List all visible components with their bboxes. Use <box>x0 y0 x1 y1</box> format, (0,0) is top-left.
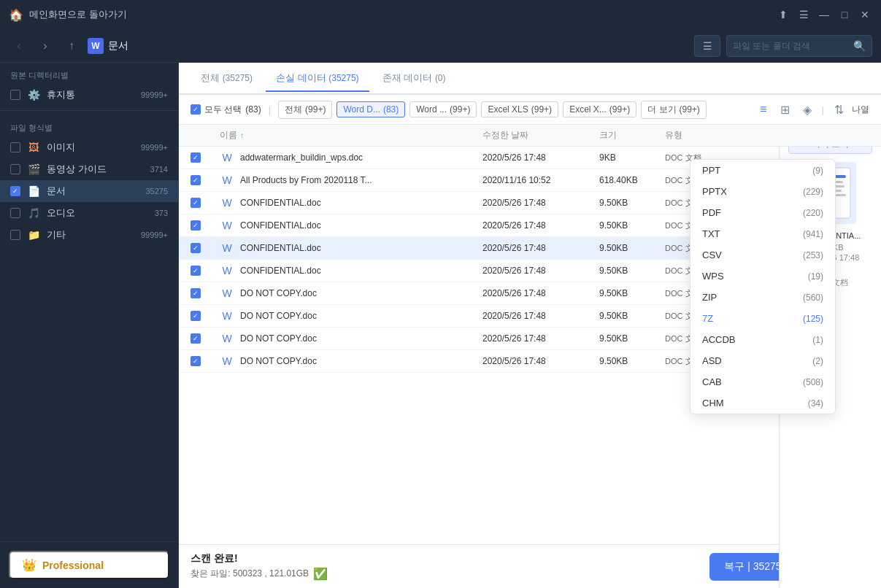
select-all-filter[interactable]: 모두 선택 (83) <box>191 104 261 116</box>
filter-word-docx[interactable]: Word ... (99+) <box>409 101 477 117</box>
up-button[interactable]: ↑ <box>61 36 82 56</box>
dropdown-item-pdf[interactable]: PDF (220) <box>690 202 835 223</box>
pro-button[interactable]: 👑 Professional <box>9 551 169 579</box>
filter-all[interactable]: 전체 (99+) <box>278 101 332 119</box>
tab-existing[interactable]: 존재 데이터 (0) <box>372 66 456 92</box>
dropdown-item-wps[interactable]: WPS (19) <box>690 266 835 287</box>
dropdown-item-chm[interactable]: CHM (34) <box>690 392 835 414</box>
nav-right: ☰ 🔍 <box>694 35 872 57</box>
sidebar-item-audio[interactable]: 🎵 오디오 373 <box>0 202 178 224</box>
title-bar-title: 메인화면으로 돌아가기 <box>29 8 127 21</box>
maximize-button[interactable]: □ <box>837 7 852 22</box>
menu-button[interactable]: ☰ <box>796 7 811 22</box>
other-label: 기타 <box>47 228 135 241</box>
header-date: 수정한 날짜 <box>482 129 599 142</box>
status-title: 스캔 완료! <box>191 552 328 565</box>
file-size: 618.40KB <box>599 175 665 185</box>
sidebar-item-document[interactable]: 📄 문서 35275 <box>0 180 178 202</box>
file-name-cell: W DO NOT COPY.doc <box>220 286 482 301</box>
file-date: 2020/5/26 17:48 <box>482 356 599 366</box>
other-checkbox[interactable] <box>10 230 20 240</box>
dropdown-label: ASD <box>702 355 722 366</box>
row-checkbox[interactable] <box>191 356 201 366</box>
row-checkbox[interactable] <box>191 220 201 231</box>
row-checkbox[interactable] <box>191 198 201 208</box>
row-checkbox[interactable] <box>191 311 201 321</box>
row-checkbox[interactable] <box>191 333 201 344</box>
file-name-cell: W CONFIDENTIAL.doc <box>220 196 482 210</box>
view-separator: | <box>822 104 824 115</box>
tab-all[interactable]: 전체 (35275) <box>191 66 263 92</box>
doc-icon: W <box>220 196 234 210</box>
file-date: 2020/11/16 10:52 <box>482 175 599 185</box>
file-date: 2020/5/26 17:48 <box>482 266 599 276</box>
back-button[interactable]: ‹ <box>9 36 29 56</box>
filter-word-doc[interactable]: Word D... (83) <box>336 101 405 117</box>
dropdown-count: (9) <box>812 166 823 176</box>
sort-icon-button[interactable]: ⇅ <box>828 99 849 120</box>
image-icon: 🖼 <box>26 140 41 155</box>
dropdown-item-ppt[interactable]: PPT (9) <box>690 160 835 181</box>
file-size: 9.50KB <box>599 356 665 366</box>
doc-icon: W <box>220 218 234 233</box>
dropdown-item-asd[interactable]: ASD (2) <box>690 350 835 371</box>
header-name[interactable]: 이름 ↑ <box>220 129 482 142</box>
dropdown-count: (253) <box>803 250 823 260</box>
sidebar-item-trash[interactable]: ⚙️ 휴지통 99999+ <box>0 84 178 106</box>
filter-icon-button[interactable]: ◈ <box>797 99 817 120</box>
header-type: 유형 <box>665 129 753 142</box>
audio-label: 오디오 <box>47 206 149 220</box>
filter-excel-xls[interactable]: Excel XLS (99+) <box>481 101 558 117</box>
audio-checkbox[interactable] <box>10 208 20 218</box>
sidebar-item-image[interactable]: 🖼 이미지 99999+ <box>0 136 178 158</box>
select-all-count: (83) <box>245 104 261 115</box>
file-date: 2020/5/26 17:48 <box>482 198 599 208</box>
image-label: 이미지 <box>47 141 135 154</box>
dropdown-item-cab[interactable]: CAB (508) <box>690 371 835 392</box>
dropdown-item-pptx[interactable]: PPTX (229) <box>690 181 835 202</box>
image-checkbox[interactable] <box>10 142 20 152</box>
dropdown-count: (34) <box>808 398 823 409</box>
trash-label: 휴지통 <box>47 88 135 101</box>
hamburger-menu-button[interactable]: ☰ <box>694 35 720 57</box>
filter-more-button[interactable]: 더 보기 (99+) <box>641 101 707 119</box>
dropdown-item-7z[interactable]: 7Z (125) <box>690 308 835 329</box>
share-button[interactable]: ⬆ <box>776 7 790 22</box>
audio-icon: 🎵 <box>26 206 41 220</box>
file-name: addwatermark_buildin_wps.doc <box>240 152 363 163</box>
minimize-button[interactable]: — <box>817 7 831 22</box>
image-count: 99999+ <box>141 143 168 152</box>
sidebar-item-video[interactable]: 🎬 동영상 가이드 3714 <box>0 158 178 180</box>
tab-lost[interactable]: 손실 데이터 (35275) <box>266 66 369 92</box>
row-checkbox[interactable] <box>191 288 201 298</box>
row-checkbox[interactable] <box>191 152 201 163</box>
dropdown-label: WPS <box>702 271 724 282</box>
file-name-cell: W DO NOT COPY.doc <box>220 309 482 323</box>
dropdown-item-txt[interactable]: TXT (941) <box>690 223 835 244</box>
file-name: DO NOT COPY.doc <box>240 288 317 298</box>
list-view-button[interactable]: ≡ <box>753 99 774 120</box>
row-checkbox[interactable] <box>191 175 201 185</box>
path-icon: W <box>88 38 104 54</box>
row-checkbox[interactable] <box>191 266 201 276</box>
doc-icon: W <box>220 354 234 368</box>
select-all-label: 모두 선택 <box>204 104 242 116</box>
select-all-checkbox[interactable] <box>191 104 201 115</box>
file-name: All Products by From 2020118 T... <box>240 175 372 185</box>
file-size: 9.50KB <box>599 198 665 208</box>
close-button[interactable]: ✕ <box>858 7 872 22</box>
trash-checkbox[interactable] <box>10 90 20 100</box>
dropdown-item-zip[interactable]: ZIP (560) <box>690 287 835 308</box>
row-checkbox[interactable] <box>191 243 201 253</box>
path-label: 문서 <box>108 39 128 53</box>
search-icon: 🔍 <box>853 40 866 52</box>
dropdown-item-csv[interactable]: CSV (253) <box>690 244 835 266</box>
dropdown-item-accdb[interactable]: ACCDB (1) <box>690 329 835 350</box>
forward-button[interactable]: › <box>35 36 55 56</box>
sidebar-item-other[interactable]: 📁 기타 99999+ <box>0 224 178 246</box>
grid-view-button[interactable]: ⊞ <box>775 99 796 120</box>
video-checkbox[interactable] <box>10 164 20 174</box>
search-input[interactable] <box>733 41 849 51</box>
document-checkbox[interactable] <box>10 186 20 196</box>
filter-excel-xlsx[interactable]: Excel X... (99+) <box>563 101 636 117</box>
